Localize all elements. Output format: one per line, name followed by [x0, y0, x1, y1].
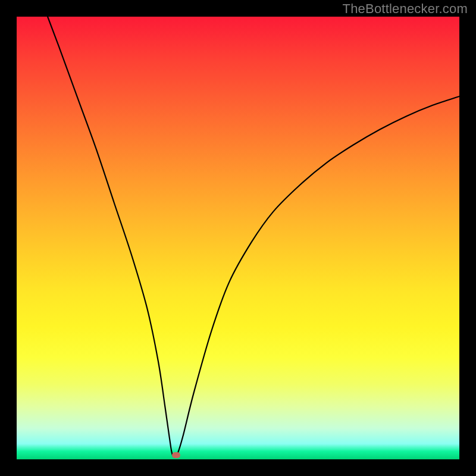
plot-area [17, 17, 459, 459]
optimal-point-marker [172, 452, 180, 458]
bottleneck-curve [17, 17, 459, 459]
chart-frame: TheBottlenecker.com [0, 0, 476, 476]
watermark-text: TheBottlenecker.com [343, 1, 468, 17]
